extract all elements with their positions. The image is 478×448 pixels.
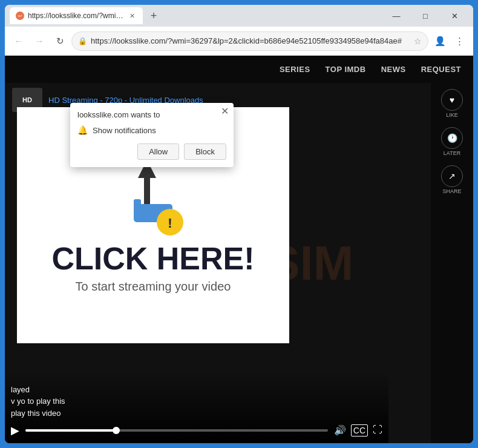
nav-link-news[interactable]: NEWS xyxy=(381,65,406,74)
svg-rect-2 xyxy=(134,199,141,211)
nav-link-series[interactable]: SERIES xyxy=(280,65,310,74)
hand-arrow-icon: ! xyxy=(117,157,189,236)
url-text: https://looksslike.com/?wmi=36297&lp=2&c… xyxy=(91,36,410,45)
site-nav-links: SERIES TOP IMDB NEWS REQUEST xyxy=(280,65,461,74)
new-tab-button[interactable]: + xyxy=(145,7,162,24)
captions-icon[interactable]: CC xyxy=(351,424,368,436)
video-player-bottom: layed v yo to play this play this video … xyxy=(5,371,388,443)
player-right-icons: 🔊 CC ⛶ xyxy=(334,424,382,436)
browser-tab[interactable]: ↩ https://looksslike.com/?wmi=36... ✕ xyxy=(10,7,143,24)
toolbar-right-icons: 👤 ⋮ xyxy=(431,32,468,50)
dialog-close-button[interactable]: ✕ xyxy=(221,107,229,116)
progress-fill xyxy=(25,429,116,432)
progress-dot xyxy=(113,427,120,434)
bookmark-icon[interactable]: ☆ xyxy=(414,36,422,46)
close-button[interactable]: ✕ xyxy=(440,7,468,24)
maximize-button[interactable]: □ xyxy=(411,7,439,24)
permission-text: Show notifications xyxy=(93,126,156,135)
browser-window: ↩ https://looksslike.com/?wmi=36... ✕ + … xyxy=(5,5,473,443)
play-button[interactable]: ▶ xyxy=(11,424,19,437)
address-bar: ← → ↻ 🔒 https://looksslike.com/?wmi=3629… xyxy=(5,27,473,56)
account-icon[interactable]: 👤 xyxy=(431,32,449,50)
bell-icon: 🔔 xyxy=(77,125,88,135)
tab-title: https://looksslike.com/?wmi=36... xyxy=(28,12,123,20)
like-icon[interactable]: ♥ LIKE xyxy=(441,89,463,118)
notification-dialog: ✕ looksslike.com wants to 🔔 Show notific… xyxy=(70,103,234,167)
title-bar: ↩ https://looksslike.com/?wmi=36... ✕ + … xyxy=(5,5,473,27)
video-overlay-text: layed v yo to play this play this video xyxy=(11,384,382,420)
fullscreen-icon[interactable]: ⛶ xyxy=(373,424,382,436)
minimize-button[interactable]: — xyxy=(382,7,410,24)
allow-button[interactable]: Allow xyxy=(137,143,179,160)
click-here-subtext: To start streaming your video xyxy=(76,280,231,294)
back-button[interactable]: ← xyxy=(10,32,28,50)
lock-icon: 🔒 xyxy=(78,37,87,45)
dialog-buttons: Allow Block xyxy=(77,143,226,160)
tab-favicon: ↩ xyxy=(16,12,24,20)
nav-link-top-imdb[interactable]: TOP IMDB xyxy=(326,65,366,74)
volume-icon[interactable]: 🔊 xyxy=(334,424,346,436)
tab-close-button[interactable]: ✕ xyxy=(127,11,137,21)
dialog-permission: 🔔 Show notifications xyxy=(77,125,226,135)
nav-link-request[interactable]: REQUEST xyxy=(421,65,461,74)
block-button[interactable]: Block xyxy=(184,143,226,160)
share-icon[interactable]: ↗ SHARE xyxy=(441,165,463,194)
click-here-text: CLICK HERE! xyxy=(51,242,254,276)
refresh-button[interactable]: ↻ xyxy=(51,32,69,50)
url-bar[interactable]: 🔒 https://looksslike.com/?wmi=36297&lp=2… xyxy=(71,31,428,51)
dialog-title: looksslike.com wants to xyxy=(77,110,226,119)
player-controls: ▶ 🔊 CC ⛶ xyxy=(11,424,382,437)
svg-text:!: ! xyxy=(168,216,172,231)
video-right-sidebar: ♥ LIKE 🕐 LATER ↗ SHARE xyxy=(431,83,473,443)
window-controls: — □ ✕ xyxy=(382,7,468,24)
site-navigation: SERIES TOP IMDB NEWS REQUEST xyxy=(5,56,473,83)
progress-bar[interactable] xyxy=(25,429,328,432)
click-icon-container: ! xyxy=(117,157,189,236)
menu-icon[interactable]: ⋮ xyxy=(450,32,468,50)
forward-button[interactable]: → xyxy=(30,32,48,50)
page-content: SERIES TOP IMDB NEWS REQUEST HD HD Strea… xyxy=(5,56,473,443)
later-icon[interactable]: 🕐 LATER xyxy=(441,127,463,156)
